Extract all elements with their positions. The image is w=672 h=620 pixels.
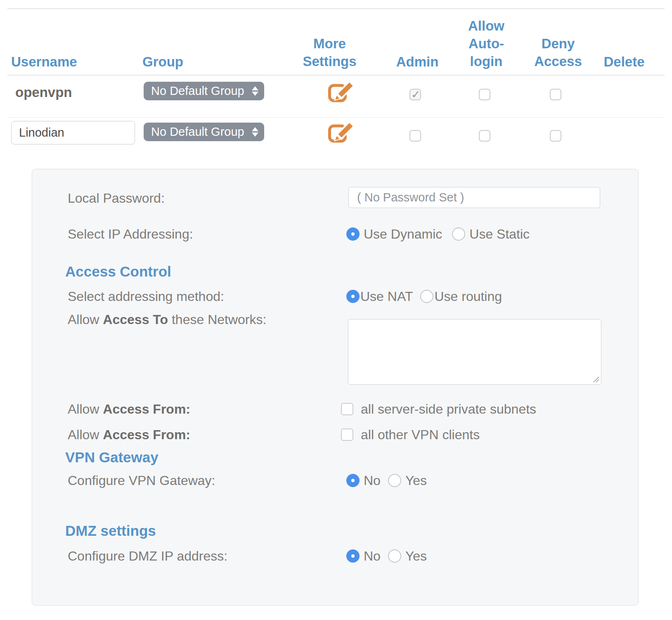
allow-autologin-line1: Allow	[455, 17, 517, 35]
column-header-delete: Delete	[593, 53, 655, 71]
access-from-subnets-row: all server-side private subnets	[341, 401, 536, 417]
allow-autologin-line3: login	[455, 52, 517, 70]
access-to-bold: Access To	[103, 312, 168, 327]
use-routing-radio[interactable]	[420, 290, 433, 303]
configure-dmz-label: Configure DMZ IP address:	[68, 548, 227, 564]
top-divider	[7, 8, 665, 9]
addressing-method-label: Select addressing method:	[68, 288, 224, 305]
access-networks-textarea[interactable]	[348, 319, 601, 385]
access-control-heading: Access Control	[65, 263, 171, 281]
configure-vpn-gateway-label: Configure VPN Gateway:	[68, 472, 215, 489]
dmz-settings-heading: DMZ settings	[65, 522, 156, 540]
access-from-bold: Access From:	[103, 402, 190, 416]
admin-checkbox[interactable]	[409, 89, 421, 100]
use-dynamic-label: Use Dynamic	[364, 227, 442, 242]
more-settings-line1: More	[296, 35, 364, 52]
access-to-post: these Networks:	[168, 312, 266, 327]
local-password-label: Local Password:	[68, 190, 165, 206]
autologin-checkbox[interactable]	[479, 130, 490, 142]
select-arrows-icon	[252, 86, 258, 96]
edit-settings-icon[interactable]	[327, 81, 355, 102]
access-from-clients-row: all other VPN clients	[341, 426, 480, 443]
column-header-more-settings: More Settings	[296, 35, 364, 70]
dmz-no-radio[interactable]	[346, 549, 360, 563]
group-select[interactable]: No Default Group	[144, 82, 264, 100]
dmz-no-label: No	[364, 549, 381, 564]
row-divider	[7, 117, 665, 118]
access-from-pre: Allow	[68, 427, 103, 442]
dmz-yes-radio[interactable]	[388, 549, 401, 563]
header-divider	[7, 75, 665, 76]
access-from-pre: Allow	[68, 402, 103, 416]
column-header-admin: Admin	[390, 53, 444, 71]
access-from-clients-label: Allow Access From:	[68, 426, 190, 443]
other-vpn-clients-label: all other VPN clients	[361, 427, 480, 443]
dmz-yes-label: Yes	[405, 549, 427, 564]
local-password-input[interactable]	[348, 187, 600, 208]
autologin-checkbox[interactable]	[479, 89, 490, 100]
ip-addressing-radio-group: Use Dynamic Use Static	[346, 226, 530, 242]
use-nat-label: Use NAT	[360, 289, 413, 304]
username-text: openvpn	[15, 84, 72, 101]
admin-checkbox[interactable]	[409, 130, 421, 142]
deny-access-checkbox[interactable]	[550, 89, 561, 100]
column-header-deny-access: Deny Access	[527, 35, 589, 70]
vpn-gateway-yes-label: Yes	[405, 473, 427, 488]
column-header-allow-autologin: Allow Auto- login	[455, 17, 517, 70]
user-settings-panel: Local Password: Select IP Addressing: Us…	[32, 169, 639, 606]
column-header-group: Group	[142, 53, 183, 71]
vpn-gateway-radio-group: No Yes	[346, 472, 427, 489]
server-subnets-checkbox[interactable]	[341, 403, 353, 415]
use-dynamic-radio[interactable]	[346, 227, 360, 241]
other-vpn-clients-checkbox[interactable]	[341, 428, 353, 441]
deny-access-checkbox[interactable]	[550, 130, 561, 142]
group-select[interactable]: No Default Group	[144, 123, 264, 141]
more-settings-line2: Settings	[296, 52, 364, 70]
column-header-username: Username	[11, 53, 77, 71]
access-networks-field	[348, 319, 601, 385]
access-to-pre: Allow	[68, 312, 103, 327]
access-to-networks-label: Allow Access To these Networks:	[68, 311, 266, 328]
access-from-bold: Access From:	[103, 427, 190, 442]
use-nat-radio[interactable]	[346, 290, 360, 303]
deny-access-line1: Deny	[527, 35, 589, 52]
dmz-radio-group: No Yes	[346, 548, 427, 564]
access-from-subnets-label: Allow Access From:	[68, 401, 190, 417]
user-permissions-page: Username Group More Settings Admin Allow…	[0, 0, 672, 620]
group-select-value: No Default Group	[151, 84, 244, 98]
deny-access-line2: Access	[527, 52, 589, 70]
vpn-gateway-yes-radio[interactable]	[388, 474, 401, 487]
use-routing-label: Use routing	[434, 289, 502, 304]
vpn-gateway-no-label: No	[364, 473, 381, 488]
allow-autologin-line2: Auto-	[455, 35, 517, 52]
group-select-value: No Default Group	[151, 125, 244, 139]
use-static-label: Use Static	[469, 227, 530, 242]
vpn-gateway-heading: VPN Gateway	[65, 448, 159, 466]
vpn-gateway-no-radio[interactable]	[346, 474, 360, 487]
addressing-method-radio-group: Use NAT Use routing	[346, 288, 502, 305]
use-static-radio[interactable]	[452, 227, 465, 241]
edit-settings-icon[interactable]	[327, 122, 355, 143]
server-subnets-label: all server-side private subnets	[361, 402, 536, 417]
ip-addressing-label: Select IP Addressing:	[68, 226, 193, 242]
select-arrows-icon	[252, 127, 258, 137]
username-input[interactable]	[11, 121, 135, 144]
